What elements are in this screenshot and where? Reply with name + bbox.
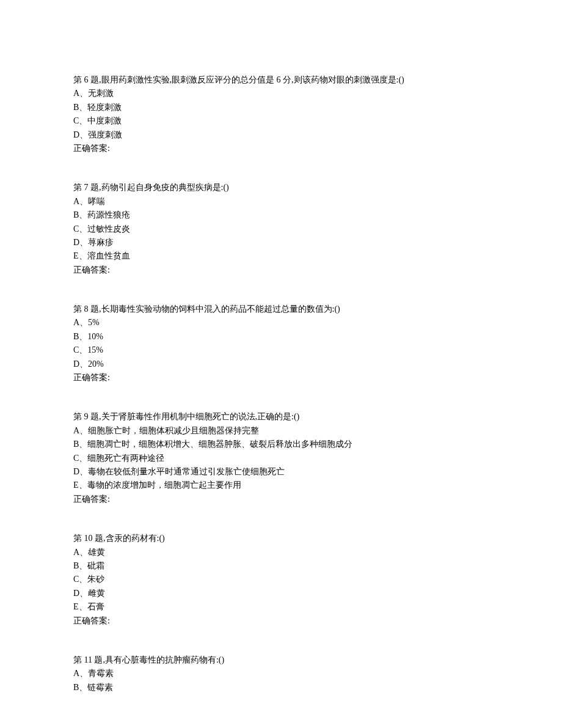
- question-option: B、药源性狼疮: [73, 208, 489, 222]
- question-option: C、过敏性皮炎: [73, 222, 489, 236]
- question-option: B、砒霜: [73, 559, 489, 573]
- question-option: D、荨麻疹: [73, 236, 489, 249]
- question-option: A、雄黄: [73, 546, 489, 559]
- question-block: 第 7 题,药物引起自身免疫的典型疾病是:()A、哮喘B、药源性狼疮C、过敏性皮…: [73, 181, 489, 277]
- question-option: B、10%: [73, 330, 489, 344]
- question-option: A、5%: [73, 316, 489, 329]
- answer-label: 正确答案:: [73, 142, 489, 155]
- question-option: B、轻度刺激: [73, 101, 489, 114]
- question-option: D、毒物在较低剂量水平时通常通过引发胀亡使细胞死亡: [73, 465, 489, 479]
- question-option: A、细胞胀亡时，细胞体积减少且细胞器保持完整: [73, 424, 489, 438]
- question-option: D、雌黄: [73, 587, 489, 600]
- question-option: B、细胞凋亡时，细胞体积增大、细胞器肿胀、破裂后释放出多种细胞成分: [73, 438, 489, 451]
- question-title: 第 9 题,关于肾脏毒性作用机制中细胞死亡的说法,正确的是:(): [73, 410, 489, 424]
- question-option: C、15%: [73, 344, 489, 357]
- question-block: 第 10 题,含汞的药材有:()A、雄黄B、砒霜C、朱砂D、雌黄E、石膏正确答案…: [73, 532, 489, 628]
- question-title: 第 8 题,长期毒性实验动物的饲料中混入的药品不能超过总量的数值为:(): [73, 303, 489, 316]
- answer-label: 正确答案:: [73, 371, 489, 384]
- question-option: B、链霉素: [73, 681, 489, 694]
- question-option: C、中度刺激: [73, 114, 489, 128]
- question-title: 第 6 题,眼用药刺激性实验,眼刺激反应评分的总分值是 6 分,则该药物对眼的刺…: [73, 73, 489, 87]
- question-option: D、强度刺激: [73, 128, 489, 142]
- question-option: A、无刺激: [73, 87, 489, 100]
- question-block: 第 11 题,具有心脏毒性的抗肿瘤药物有:()A、青霉素B、链霉素: [73, 653, 489, 694]
- question-option: E、溶血性贫血: [73, 249, 489, 263]
- question-option: A、青霉素: [73, 667, 489, 680]
- question-title: 第 11 题,具有心脏毒性的抗肿瘤药物有:(): [73, 653, 489, 667]
- question-option: C、朱砂: [73, 573, 489, 586]
- question-title: 第 7 题,药物引起自身免疫的典型疾病是:(): [73, 181, 489, 194]
- question-title: 第 10 题,含汞的药材有:(): [73, 532, 489, 545]
- question-block: 第 8 题,长期毒性实验动物的饲料中混入的药品不能超过总量的数值为:()A、5%…: [73, 303, 489, 384]
- answer-label: 正确答案:: [73, 263, 489, 277]
- question-option: A、哮喘: [73, 195, 489, 208]
- question-option: E、毒物的浓度增加时，细胞凋亡起主要作用: [73, 479, 489, 492]
- answer-label: 正确答案:: [73, 614, 489, 628]
- question-option: E、石膏: [73, 600, 489, 614]
- question-block: 第 6 题,眼用药刺激性实验,眼刺激反应评分的总分值是 6 分,则该药物对眼的刺…: [73, 73, 489, 155]
- answer-label: 正确答案:: [73, 493, 489, 506]
- question-block: 第 9 题,关于肾脏毒性作用机制中细胞死亡的说法,正确的是:()A、细胞胀亡时，…: [73, 410, 489, 506]
- question-option: D、20%: [73, 358, 489, 371]
- question-option: C、细胞死亡有两种途径: [73, 452, 489, 465]
